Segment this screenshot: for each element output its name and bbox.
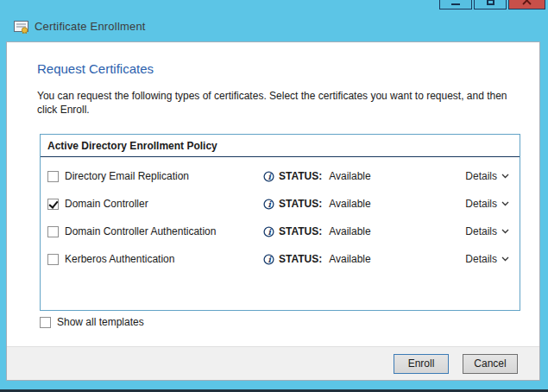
page-description: You can request the following types of c… xyxy=(37,89,525,117)
table-row: Kerberos Authentication i STATUS: Availa… xyxy=(41,245,520,273)
template-status-value: Available xyxy=(329,170,370,182)
template-checkbox[interactable] xyxy=(47,171,59,182)
table-row: Directory Email Replication i STATUS: Av… xyxy=(41,162,520,190)
details-label: Details xyxy=(465,253,497,265)
window-controls xyxy=(439,0,545,9)
details-label: Details xyxy=(465,198,497,210)
details-expander[interactable]: Details xyxy=(465,225,509,237)
table-row: Domain Controller i STATUS: Available De… xyxy=(41,190,520,218)
certificate-enrollment-window: { "window": { "title": "Certificate Enro… xyxy=(0,0,548,392)
chevron-down-icon xyxy=(501,229,509,234)
chevron-down-icon xyxy=(501,201,509,206)
page-title: Request Certificates xyxy=(37,61,154,76)
template-status-value: Available xyxy=(329,253,370,265)
details-expander[interactable]: Details xyxy=(465,198,509,210)
details-label: Details xyxy=(465,170,497,182)
template-name: Domain Controller xyxy=(65,198,148,210)
dialog-body: Request Certificates You can request the… xyxy=(6,41,540,381)
template-checkbox[interactable] xyxy=(47,254,59,265)
table-row: Domain Controller Authentication i STATU… xyxy=(41,218,520,245)
certificate-icon xyxy=(14,20,29,37)
template-status-value: Available xyxy=(329,198,370,210)
details-expander[interactable]: Details xyxy=(465,170,509,182)
info-icon: i xyxy=(263,171,274,182)
template-name: Directory Email Replication xyxy=(65,170,189,182)
cancel-button[interactable]: Cancel xyxy=(463,354,518,374)
template-list: Directory Email Replication i STATUS: Av… xyxy=(41,157,520,273)
enroll-button[interactable]: Enroll xyxy=(394,354,449,374)
minimize-icon xyxy=(451,3,460,5)
policy-group-header: Active Directory Enrollment Policy xyxy=(41,135,520,157)
close-button[interactable] xyxy=(508,0,545,9)
template-status-label: STATUS: xyxy=(279,253,322,265)
info-icon: i xyxy=(263,254,274,265)
template-checkbox[interactable] xyxy=(47,226,59,237)
enrollment-policy-group: Active Directory Enrollment Policy Direc… xyxy=(40,134,520,311)
window-title: Certificate Enrollment xyxy=(35,20,146,33)
template-status-label: STATUS: xyxy=(279,225,322,237)
template-status-label: STATUS: xyxy=(279,170,322,182)
show-all-templates-checkbox[interactable] xyxy=(40,317,51,328)
info-icon: i xyxy=(263,199,274,210)
template-status-value: Available xyxy=(329,225,370,237)
maximize-icon xyxy=(487,0,494,5)
show-all-templates-label: Show all templates xyxy=(57,316,144,328)
chevron-down-icon xyxy=(501,174,509,179)
show-all-templates-row: Show all templates xyxy=(40,316,144,328)
details-label: Details xyxy=(465,225,497,237)
details-expander[interactable]: Details xyxy=(465,253,509,265)
template-name: Domain Controller Authentication xyxy=(65,225,216,237)
template-checkbox[interactable] xyxy=(47,199,59,210)
chevron-down-icon xyxy=(501,256,509,262)
maximize-button[interactable] xyxy=(474,0,507,9)
dialog-footer: Enroll Cancel xyxy=(7,346,539,380)
template-status-label: STATUS: xyxy=(279,198,322,210)
minimize-button[interactable] xyxy=(439,0,472,9)
info-icon: i xyxy=(263,226,274,237)
template-name: Kerberos Authentication xyxy=(65,253,174,265)
close-icon xyxy=(522,0,532,5)
